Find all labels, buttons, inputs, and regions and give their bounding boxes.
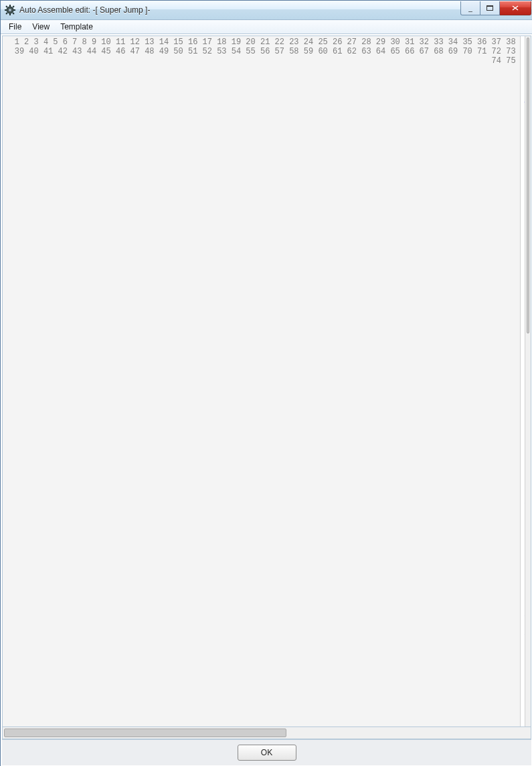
vertical-scroll-thumb[interactable] [527, 37, 529, 333]
svg-point-1 [9, 9, 11, 11]
maximize-icon [486, 5, 493, 11]
ok-button-label: OK [261, 748, 272, 757]
bottom-panel: OK [2, 739, 531, 765]
maximize-button[interactable] [480, 1, 500, 15]
menubar: File View Template [1, 20, 532, 34]
ok-button[interactable]: OK [238, 745, 296, 761]
editor: 1 2 3 4 5 6 7 8 9 10 11 12 13 14 15 16 1… [2, 35, 531, 727]
svg-line-8 [6, 13, 7, 14]
vertical-scrollbar[interactable] [525, 36, 531, 726]
window-frame: Auto Assemble edit: -[ Super Jump ]- _ F… [0, 0, 532, 766]
svg-line-7 [13, 13, 14, 14]
horizontal-scrollbar[interactable] [2, 727, 531, 739]
close-button[interactable] [500, 1, 531, 15]
minimize-button[interactable]: _ [460, 1, 480, 15]
window-controls: _ [460, 1, 531, 15]
window-title: Auto Assemble edit: -[ Super Jump ]- [19, 5, 460, 15]
svg-line-6 [6, 6, 7, 7]
horizontal-scroll-thumb[interactable] [4, 729, 286, 737]
menu-view[interactable]: View [27, 21, 55, 32]
menu-template[interactable]: Template [55, 21, 98, 32]
titlebar[interactable]: Auto Assemble edit: -[ Super Jump ]- _ [1, 1, 532, 20]
app-icon [5, 5, 15, 15]
line-number-gutter: 1 2 3 4 5 6 7 8 9 10 11 12 13 14 15 16 1… [3, 36, 521, 726]
close-icon [512, 5, 519, 11]
menu-file[interactable]: File [3, 21, 27, 32]
svg-line-9 [13, 6, 14, 7]
